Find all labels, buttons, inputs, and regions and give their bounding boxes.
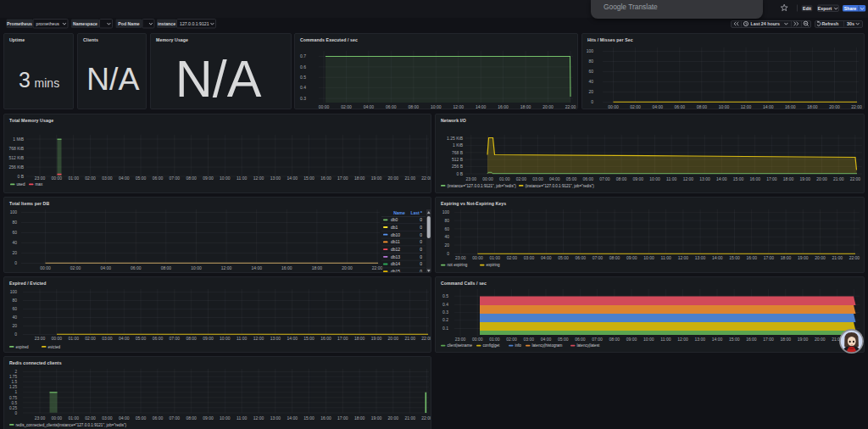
svg-text:09:00: 09:00 [203,336,214,341]
svg-text:768 B: 768 B [452,150,464,155]
svg-text:redis_connected_clients{instan: redis_connected_clients{instance="127.0.… [16,423,127,427]
svg-text:16:00: 16:00 [746,337,757,342]
svg-text:22:00: 22:00 [565,104,576,109]
svg-text:0: 0 [447,251,449,256]
svg-text:12:00: 12:00 [683,176,694,181]
svg-text:db11: db11 [391,239,400,244]
svg-text:08:00: 08:00 [616,176,627,181]
svg-text:22:00: 22:00 [421,336,431,341]
svg-text:18:00: 18:00 [807,104,818,109]
svg-text:02:00: 02:00 [507,255,518,260]
svg-text:Name: Name [393,210,405,215]
svg-text:0 B: 0 B [456,171,463,176]
svg-text:04:00: 04:00 [119,415,130,421]
svg-text:12:00: 12:00 [253,415,264,421]
svg-text:01:00: 01:00 [68,176,79,181]
svg-text:03:00: 03:00 [532,176,543,181]
svg-text:05:00: 05:00 [136,415,147,421]
svg-text:07:00: 07:00 [170,336,181,341]
svg-text:16:00: 16:00 [498,104,509,109]
svg-text:not expiring: not expiring [448,263,468,267]
svg-text:21:00: 21:00 [833,176,844,181]
svg-text:00:00: 00:00 [52,176,63,181]
svg-text:18:00: 18:00 [354,415,365,421]
svg-text:01:00: 01:00 [499,176,510,181]
svg-text:80: 80 [12,298,17,303]
svg-text:06:00: 06:00 [153,415,164,421]
svg-text:15:00: 15:00 [303,415,314,421]
svg-text:10:00: 10:00 [431,104,442,109]
svg-text:Last *: Last * [410,210,422,215]
svg-text:19:00: 19:00 [798,337,809,342]
svg-text:0: 0 [14,260,17,265]
svg-text:08:00: 08:00 [186,336,197,341]
svg-text:23:00: 23:00 [466,176,477,181]
svg-text:02:00: 02:00 [70,265,81,270]
svg-text:18:00: 18:00 [312,265,323,270]
svg-text:04:00: 04:00 [652,104,663,109]
svg-text:1.5: 1.5 [11,380,17,384]
svg-text:22:00: 22:00 [851,104,862,109]
svg-text:04:00: 04:00 [549,176,560,181]
svg-text:1.25 KiB: 1.25 KiB [447,136,464,141]
svg-text:0: 0 [420,247,422,252]
svg-text:1 MiB: 1 MiB [13,136,24,142]
svg-text:20:00: 20:00 [815,337,826,342]
svg-text:01:00: 01:00 [489,337,500,342]
svg-text:09:00: 09:00 [626,337,637,342]
svg-text:info: info [515,343,522,348]
svg-text:05:00: 05:00 [558,337,569,342]
svg-text:14:00: 14:00 [712,337,723,342]
svg-text:10:00: 10:00 [220,415,231,421]
svg-text:00:00: 00:00 [52,336,63,341]
svg-text:10:00: 10:00 [220,176,231,181]
svg-text:11:00: 11:00 [236,415,247,421]
svg-text:0: 0 [420,239,422,244]
svg-text:db0: db0 [391,217,398,222]
svg-text:11:00: 11:00 [236,336,247,341]
svg-text:03:00: 03:00 [524,255,535,260]
svg-text:80: 80 [588,58,593,64]
svg-text:0: 0 [420,269,422,273]
svg-text:09:00: 09:00 [203,415,214,421]
svg-text:0.5: 0.5 [442,293,448,298]
svg-text:40: 40 [12,315,17,320]
svg-text:latency|latest: latency|latest [577,343,600,348]
svg-text:18:00: 18:00 [520,104,531,109]
svg-text:0: 0 [420,217,422,222]
svg-text:db12: db12 [391,247,400,252]
svg-text:60: 60 [588,69,593,74]
svg-text:evicted: evicted [48,345,61,349]
svg-text:80: 80 [444,218,449,223]
svg-text:20:00: 20:00 [388,176,399,181]
svg-text:04:00: 04:00 [541,337,552,342]
svg-text:10:00: 10:00 [191,265,202,270]
svg-text:20: 20 [12,323,17,328]
svg-text:09:00: 09:00 [203,176,214,181]
svg-text:22:00: 22:00 [372,265,383,270]
svg-text:08:00: 08:00 [697,104,708,109]
svg-text:03:00: 03:00 [102,176,113,181]
svg-text:06:00: 06:00 [675,104,686,109]
svg-text:22:00: 22:00 [421,415,431,421]
svg-text:00:00: 00:00 [319,104,330,109]
svg-text:02:00: 02:00 [341,104,352,109]
svg-text:N/A: N/A [175,50,262,108]
svg-text:0.6: 0.6 [300,64,306,70]
svg-text:(instance="127.0.0.1:9121", jo: (instance="127.0.0.1:9121", job="redis") [526,184,595,188]
svg-text:08:00: 08:00 [186,176,197,181]
svg-text:0: 0 [14,332,17,337]
svg-text:22:00: 22:00 [421,176,431,181]
svg-text:0: 0 [420,254,422,259]
svg-text:14:00: 14:00 [476,104,487,109]
svg-text:00:00: 00:00 [472,337,483,342]
svg-text:21:00: 21:00 [404,336,415,341]
svg-text:01:00: 01:00 [489,255,500,260]
svg-text:06:00: 06:00 [575,255,586,260]
svg-text:17:00: 17:00 [337,176,348,181]
svg-text:05:00: 05:00 [566,176,577,181]
svg-text:10:00: 10:00 [649,176,660,181]
svg-text:0.25: 0.25 [9,406,18,410]
svg-text:12:00: 12:00 [453,104,464,109]
svg-text:00:00: 00:00 [52,415,63,421]
